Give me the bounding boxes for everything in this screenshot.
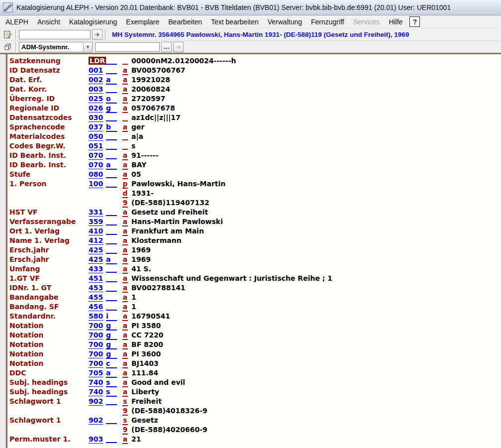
field-value[interactable]: CC 7220 [131,331,501,340]
field-tag[interactable]: 705 [89,369,103,377]
subfield-code[interactable]: a [122,86,128,94]
subfield-code[interactable]: a [122,265,128,274]
field-tag[interactable]: 026 [89,104,103,112]
subfield-code[interactable]: a [122,275,128,283]
menu-item-aleph[interactable]: ALEPH [1,16,33,27]
indicator-field[interactable]: a [106,161,117,170]
field-value[interactable]: (DE-588)119407132 [131,198,501,208]
subfield-code[interactable]: s [122,417,128,425]
indicator-field[interactable] [106,141,117,150]
field-value[interactable]: (DE-588)4018326-9 [131,406,501,416]
subfield-code[interactable]: 9 [122,426,128,435]
indicator-field[interactable] [106,264,117,273]
indicator-field[interactable] [106,56,117,65]
menu-item-exemplare[interactable]: Exemplare [121,16,164,27]
subfield-code[interactable]: a [122,436,128,444]
field-value[interactable]: 19921028 [131,75,501,85]
field-tag[interactable]: 412 [89,236,103,244]
indicator-field[interactable] [106,283,117,292]
field-tag[interactable]: 425 [89,246,103,254]
subfield-code[interactable]: a [122,332,128,340]
subfield-code[interactable]: a [122,294,128,302]
subfield-code[interactable]: a [122,284,128,293]
indicator-field[interactable] [106,217,117,225]
field-tag[interactable]: 002 [89,76,103,84]
indicator-field[interactable]: a [106,76,117,85]
field-tag[interactable]: 700 [89,331,103,339]
field-tag[interactable]: 050 [89,132,103,140]
field-value[interactable]: 2720597 [131,94,501,104]
field-tag[interactable]: 451 [89,274,103,282]
indicator-field[interactable] [106,236,117,244]
field-tag-selected[interactable]: LDR [89,57,106,65]
menu-item-bearbeiten[interactable]: Bearbeiten [164,16,206,27]
subfield-code[interactable]: p [122,180,128,189]
menu-item-text-bearbeiten[interactable]: Text bearbeiten [206,16,263,27]
indicator-field[interactable] [106,302,117,311]
field-tag[interactable]: 070 [89,151,103,159]
indicator-field[interactable]: i [106,313,117,321]
field-tag[interactable]: 331 [89,208,103,216]
indicator-field[interactable]: b [106,123,117,132]
subfield-code[interactable]: s [122,398,128,406]
field-tag[interactable]: 700 [89,340,103,348]
field-tag[interactable]: 580 [89,312,103,320]
field-tag[interactable]: 700 [89,322,103,330]
field-tag[interactable]: 456 [89,303,103,311]
field-tag[interactable]: 455 [89,293,103,301]
field-tag[interactable]: 037 [89,123,103,131]
subfield-code[interactable]: 9 [122,407,128,416]
subfield-code[interactable]: a [122,123,128,132]
field-tag[interactable]: 025 [89,95,103,103]
field-tag[interactable]: 740 [89,378,103,386]
indicator-field[interactable] [106,416,117,424]
subfield-code[interactable]: a [122,76,128,85]
field-value[interactable]: BJ1403 [131,359,501,368]
indicator-field[interactable] [106,397,117,405]
field-value[interactable]: ger [131,122,501,132]
splitter-strip[interactable] [0,54,6,448]
subfield-code[interactable]: a [122,227,128,236]
go-arrow-button-disabled[interactable] [173,42,184,52]
field-tag[interactable]: 902 [89,397,103,405]
indicator-field[interactable]: c [106,360,117,368]
field-value[interactable]: (DE-588)4020660-9 [131,425,501,435]
menu-item-katalogisierung[interactable]: Katalogisierung [65,16,122,27]
subfield-code[interactable]: a [122,67,128,75]
subfield-code[interactable]: a [122,246,128,255]
field-value[interactable]: BF 8200 [131,340,501,349]
indicator-field[interactable]: g [106,322,117,331]
indicator-field[interactable]: a [106,256,117,264]
subfield-code[interactable]: a [122,303,128,312]
indicator-field[interactable] [106,435,117,443]
adm-value-input[interactable] [95,42,160,52]
field-value[interactable]: 057067678 [131,104,501,113]
field-value[interactable]: 21 [131,435,501,446]
field-value[interactable]: PI 3580 [131,321,501,331]
subfield-code[interactable]: a [122,237,128,245]
subfield-code[interactable]: a [122,388,128,397]
field-tag[interactable]: 359 [89,218,103,225]
field-tag[interactable]: 080 [89,170,103,178]
subfield-code[interactable]: a [122,161,128,170]
field-tag[interactable]: 433 [89,265,103,273]
field-tag[interactable]: 902 [89,416,103,424]
field-value[interactable]: 111.84 [131,368,501,378]
adm-systemnr-dropdown[interactable]: ADM-Systemnr. ▼ [19,42,93,52]
field-value[interactable]: 16790541 [131,312,501,321]
field-tag[interactable]: 030 [89,113,103,121]
field-tag[interactable]: 700 [89,350,103,358]
subfield-code[interactable]: a [122,95,128,104]
indicator-field[interactable]: a [106,369,117,378]
field-tag[interactable]: 903 [89,435,103,443]
subfield-code[interactable]: a [122,256,128,264]
field-tag[interactable]: 425 [89,255,103,263]
field-tag[interactable]: 453 [89,284,103,292]
field-tag[interactable]: 100 [89,180,103,188]
field-value[interactable]: 1931- [131,189,501,198]
indicator-field[interactable] [106,179,117,188]
system-number-input[interactable] [19,30,91,39]
subfield-code[interactable]: a [122,209,128,217]
subfield-code[interactable]: a [122,379,128,387]
field-value[interactable]: Liberty [131,387,501,397]
